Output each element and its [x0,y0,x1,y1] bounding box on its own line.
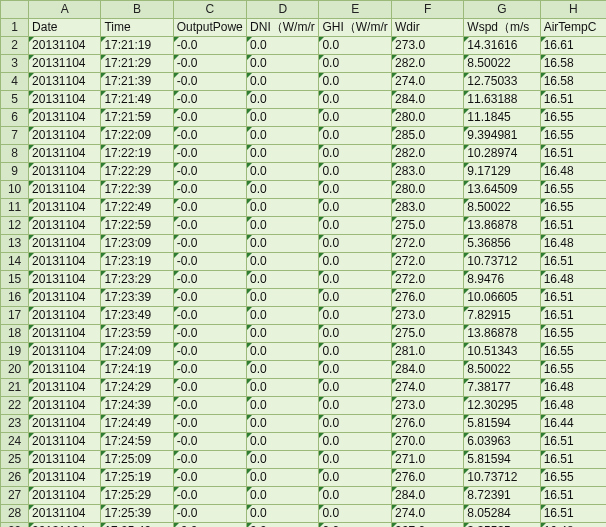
data-cell[interactable]: 16.55 [540,343,606,361]
data-cell[interactable]: -0.0 [173,379,246,397]
data-cell[interactable]: 20131104 [29,145,101,163]
data-cell[interactable]: 7.82915 [464,307,540,325]
data-cell[interactable]: 276.0 [392,289,464,307]
data-cell[interactable]: 0.0 [319,523,392,528]
data-cell[interactable]: 11.1845 [464,109,540,127]
data-cell[interactable]: 273.0 [392,37,464,55]
row-number[interactable]: 20 [1,361,29,379]
data-cell[interactable]: 0.0 [247,91,319,109]
data-cell[interactable]: 0.0 [319,505,392,523]
data-cell[interactable]: 0.0 [247,361,319,379]
data-cell[interactable]: 20131104 [29,181,101,199]
data-cell[interactable]: 16.55 [540,361,606,379]
data-cell[interactable]: 20131104 [29,361,101,379]
data-cell[interactable]: 17:24:29 [101,379,173,397]
data-cell[interactable]: 20131104 [29,343,101,361]
data-cell[interactable]: 0.0 [319,271,392,289]
data-cell[interactable]: 20131104 [29,469,101,487]
row-number[interactable]: 5 [1,91,29,109]
row-number[interactable]: 14 [1,253,29,271]
row-number[interactable]: 2 [1,37,29,55]
data-cell[interactable]: 271.0 [392,451,464,469]
data-cell[interactable]: -0.0 [173,37,246,55]
data-cell[interactable]: 17:21:39 [101,73,173,91]
data-cell[interactable]: 0.0 [319,379,392,397]
data-cell[interactable]: 16.48 [540,235,606,253]
data-cell[interactable]: 17:21:59 [101,109,173,127]
data-cell[interactable]: 272.0 [392,253,464,271]
data-cell[interactable]: 16.55 [540,127,606,145]
data-cell[interactable]: 16.44 [540,415,606,433]
row-number[interactable]: 3 [1,55,29,73]
data-cell[interactable]: 12.30295 [464,397,540,415]
data-cell[interactable]: 8.50022 [464,199,540,217]
data-cell[interactable]: 0.0 [319,397,392,415]
data-cell[interactable]: 17:22:19 [101,145,173,163]
header-cell[interactable]: DNI（W/m/r [247,19,319,37]
row-number[interactable]: 26 [1,469,29,487]
data-cell[interactable]: 0.0 [247,469,319,487]
data-cell[interactable]: -0.0 [173,235,246,253]
data-cell[interactable]: 20131104 [29,163,101,181]
data-cell[interactable]: 16.55 [540,469,606,487]
data-cell[interactable]: 284.0 [392,91,464,109]
data-cell[interactable]: 282.0 [392,145,464,163]
data-cell[interactable]: 17:22:59 [101,217,173,235]
data-cell[interactable]: 0.0 [319,415,392,433]
row-number[interactable]: 24 [1,433,29,451]
data-cell[interactable]: 0.0 [319,127,392,145]
data-cell[interactable]: 16.51 [540,433,606,451]
data-cell[interactable]: 275.0 [392,325,464,343]
data-cell[interactable]: 20131104 [29,199,101,217]
data-cell[interactable]: 0.0 [319,55,392,73]
row-number[interactable]: 22 [1,397,29,415]
data-cell[interactable]: 13.64509 [464,181,540,199]
data-cell[interactable]: 0.0 [319,73,392,91]
data-cell[interactable]: 0.0 [319,199,392,217]
data-cell[interactable]: 16.48 [540,523,606,528]
data-cell[interactable]: 0.0 [247,37,319,55]
data-cell[interactable]: 274.0 [392,73,464,91]
data-cell[interactable]: 275.0 [392,217,464,235]
data-cell[interactable]: -0.0 [173,415,246,433]
data-cell[interactable]: 17:21:49 [101,91,173,109]
data-cell[interactable]: 20131104 [29,217,101,235]
row-number[interactable]: 13 [1,235,29,253]
data-cell[interactable]: 16.55 [540,109,606,127]
data-cell[interactable]: 20131104 [29,109,101,127]
data-cell[interactable]: 0.0 [319,145,392,163]
data-cell[interactable]: 20131104 [29,487,101,505]
data-cell[interactable]: 16.58 [540,73,606,91]
data-cell[interactable]: 0.0 [247,397,319,415]
data-cell[interactable]: 16.48 [540,163,606,181]
data-cell[interactable]: 20131104 [29,379,101,397]
data-cell[interactable]: 12.75033 [464,73,540,91]
data-cell[interactable]: -0.0 [173,109,246,127]
data-cell[interactable]: 0.0 [319,325,392,343]
data-cell[interactable]: 16.48 [540,379,606,397]
data-cell[interactable]: 0.0 [319,433,392,451]
data-cell[interactable]: 285.0 [392,127,464,145]
data-cell[interactable]: 0.0 [319,253,392,271]
data-cell[interactable]: 17:25:19 [101,469,173,487]
data-cell[interactable]: 16.51 [540,307,606,325]
data-cell[interactable]: 0.0 [319,343,392,361]
data-cell[interactable]: 16.51 [540,217,606,235]
data-cell[interactable]: 0.0 [247,523,319,528]
data-cell[interactable]: -0.0 [173,433,246,451]
data-cell[interactable]: 272.0 [392,235,464,253]
data-cell[interactable]: 0.0 [319,289,392,307]
row-number[interactable]: 25 [1,451,29,469]
data-cell[interactable]: 16.51 [540,145,606,163]
row-number[interactable]: 6 [1,109,29,127]
data-cell[interactable]: 5.81594 [464,451,540,469]
data-cell[interactable]: 16.55 [540,325,606,343]
data-cell[interactable]: 270.0 [392,433,464,451]
row-number[interactable]: 23 [1,415,29,433]
data-cell[interactable]: 0.0 [319,109,392,127]
data-cell[interactable]: 17:22:39 [101,181,173,199]
data-cell[interactable]: -0.0 [173,55,246,73]
data-cell[interactable]: 20131104 [29,91,101,109]
row-number[interactable]: 29 [1,523,29,528]
data-cell[interactable]: 8.72391 [464,487,540,505]
